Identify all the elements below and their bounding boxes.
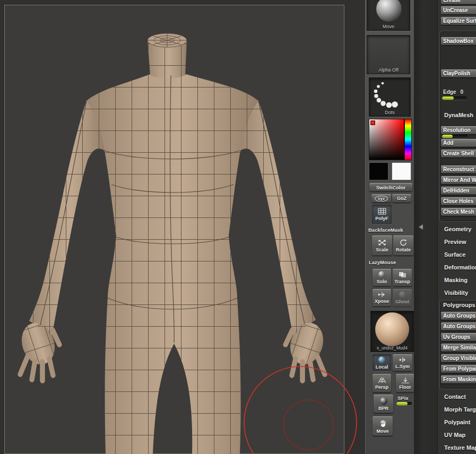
group-visible-button[interactable]: Group Visible: [441, 354, 476, 362]
main-color-swatch[interactable]: [369, 162, 388, 180]
section-visibility[interactable]: Visibility: [444, 290, 468, 296]
persp-grid-icon: [378, 377, 386, 383]
bpr-button[interactable]: BPR: [374, 395, 393, 413]
xpose-arrows-icon: [378, 292, 386, 298]
xyz-button[interactable]: xyz: [371, 194, 391, 203]
bpr-sphere-icon: [380, 397, 387, 405]
color-cursor: [370, 120, 375, 125]
goz-button[interactable]: GoZ: [392, 194, 411, 203]
section-deformation[interactable]: Deformation: [444, 264, 476, 270]
neck-cap: [148, 33, 187, 47]
material-name: x_undoz_Mud4: [371, 345, 413, 351]
brush-sphere-icon: [376, 0, 402, 22]
secondary-color-swatch[interactable]: [392, 162, 411, 180]
stroke-thumbnail[interactable]: Dots: [369, 77, 411, 117]
equalize-surface-button[interactable]: Equalize Surface Area: [441, 17, 476, 25]
alpha-thumbnail[interactable]: Alpha Off: [367, 35, 410, 74]
floor-button[interactable]: Floor: [396, 374, 414, 392]
move-nav-label: Move: [376, 429, 388, 434]
spix-slider[interactable]: [396, 402, 412, 405]
spix-slider-fill: [396, 402, 408, 405]
uncrease-button[interactable]: UnCrease: [441, 6, 476, 14]
section-polypaint[interactable]: Polypaint: [444, 419, 471, 425]
section-contact[interactable]: Contact: [444, 394, 466, 400]
claypolish-button[interactable]: ClayPolish: [441, 69, 476, 77]
uv-groups-button[interactable]: Uv Groups: [441, 333, 476, 341]
backface-mask-label[interactable]: BackfaceMask: [368, 227, 403, 233]
mirror-and-weld-button[interactable]: Mirror And Weld: [441, 176, 476, 184]
floor-label: Floor: [399, 385, 411, 390]
alpha-name: Alpha Off: [367, 67, 410, 73]
current-brush-thumbnail[interactable]: Move: [367, 0, 410, 31]
ghost-button[interactable]: Ghost: [393, 289, 412, 307]
rotate-button[interactable]: Rotate: [393, 235, 413, 256]
panel-divider[interactable]: [414, 0, 437, 454]
polygroups-header[interactable]: Polygroups: [443, 302, 475, 308]
hand-icon: [379, 419, 387, 427]
merge-similar-button[interactable]: Merge Similar Groups: [441, 344, 476, 352]
viewport-canvas[interactable]: [0, 0, 365, 454]
scale-label: Scale: [376, 247, 388, 252]
transp-icon: [399, 272, 406, 278]
local-sphere-icon: [378, 356, 385, 363]
check-mesh-button[interactable]: Check Mesh: [441, 208, 476, 216]
hue-strip[interactable]: [405, 119, 411, 160]
resolution-button[interactable]: Resolution: [441, 126, 476, 134]
add-button[interactable]: Add: [441, 139, 476, 147]
zbrush-window: Move Alpha Off Dots SwitchColor: [0, 0, 476, 454]
solo-button[interactable]: Solo: [373, 269, 391, 286]
local-label: Local: [376, 364, 388, 370]
tool-palette: Crease UnCrease Equalize Surface Area Sh…: [437, 0, 476, 454]
dots-stroke-icon: [369, 78, 411, 109]
section-uv-map[interactable]: UV Map: [444, 432, 465, 438]
polyframe-button[interactable]: PolyF: [372, 205, 392, 224]
lsym-arrows-icon: [399, 357, 407, 363]
auto-groups-uv-button[interactable]: Auto Groups With UV: [441, 322, 476, 330]
section-preview[interactable]: Preview: [444, 239, 466, 245]
xpose-button[interactable]: Xpose: [373, 289, 391, 307]
create-shell-button[interactable]: Create Shell: [441, 150, 476, 158]
spix-label[interactable]: SPix: [397, 395, 409, 401]
transp-button[interactable]: Transp: [393, 269, 412, 286]
dynamesh-header[interactable]: DynaMesh: [444, 112, 473, 118]
section-geometry[interactable]: Geometry: [444, 226, 471, 232]
saturation-value-square[interactable]: [369, 119, 404, 160]
from-masking-button[interactable]: From Masking: [441, 376, 476, 383]
persp-label: Persp: [375, 385, 388, 390]
move-nav-button[interactable]: Move: [373, 416, 393, 436]
crease-button[interactable]: Crease: [441, 0, 476, 4]
polyframe-grid-icon: [378, 208, 386, 215]
shadowbox-button[interactable]: ShadowBox: [441, 37, 476, 45]
persp-button[interactable]: Persp: [373, 374, 391, 392]
bpr-label: BPR: [378, 406, 388, 411]
xpose-label: Xpose: [375, 299, 389, 304]
local-symmetry-button[interactable]: L.Sym: [393, 354, 412, 371]
section-texture-map[interactable]: Texture Map: [444, 444, 476, 451]
collapse-arrow-icon[interactable]: [419, 224, 423, 230]
resolution-slider-fill: [442, 135, 453, 138]
close-holes-button[interactable]: Close Holes: [441, 197, 476, 205]
edge-value: 0: [460, 89, 463, 95]
right-shelf: Move Alpha Off Dots SwitchColor: [365, 0, 414, 454]
ghost-sphere-icon: [399, 291, 406, 298]
edge-slider[interactable]: [442, 97, 466, 100]
resolution-slider[interactable]: [442, 135, 468, 138]
material-sphere-icon: [375, 312, 409, 346]
stroke-name: Dots: [369, 110, 410, 115]
lazymouse-label[interactable]: LazyMouse: [369, 259, 396, 265]
switch-color-button[interactable]: SwitchColor: [369, 183, 412, 191]
reconstruct-subdiv-button[interactable]: Reconstruct Subdiv: [441, 165, 476, 173]
from-polypaint-button[interactable]: From Polypaint: [441, 365, 476, 373]
rotate-label: Rotate: [396, 247, 411, 252]
brush-name: Move: [367, 24, 410, 29]
del-hidden-button[interactable]: DelHidden: [441, 187, 476, 195]
section-morph-target[interactable]: Morph Target: [444, 406, 476, 413]
material-thumbnail[interactable]: x_undoz_Mud4: [370, 311, 414, 352]
xyz-oval: xyz: [375, 196, 388, 202]
section-surface[interactable]: Surface: [444, 251, 465, 258]
local-button[interactable]: Local: [373, 354, 391, 371]
scale-button[interactable]: Scale: [372, 235, 392, 256]
color-picker[interactable]: [369, 119, 412, 160]
section-masking[interactable]: Masking: [444, 277, 468, 283]
auto-groups-button[interactable]: Auto Groups: [441, 312, 476, 320]
